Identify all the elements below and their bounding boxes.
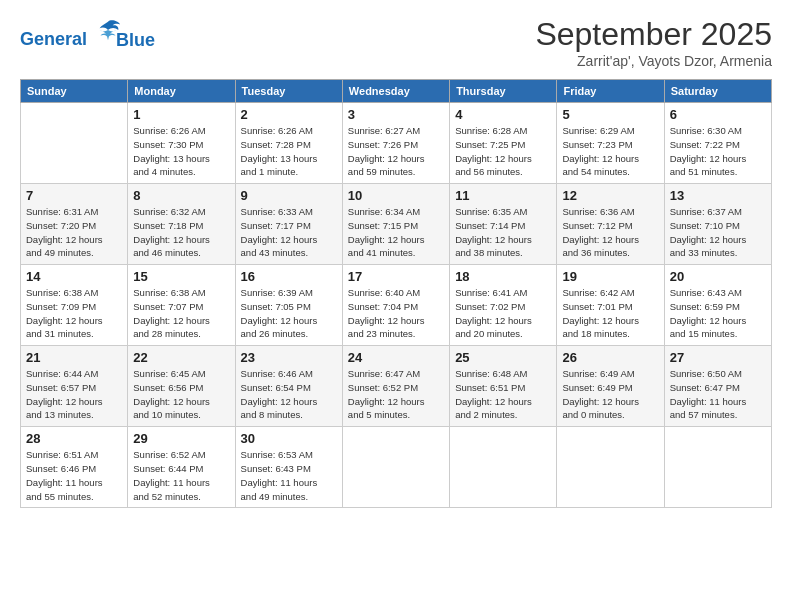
calendar-cell: 13Sunrise: 6:37 AMSunset: 7:10 PMDayligh… <box>664 184 771 265</box>
day-number: 13 <box>670 188 766 203</box>
calendar-cell: 17Sunrise: 6:40 AMSunset: 7:04 PMDayligh… <box>342 265 449 346</box>
day-number: 16 <box>241 269 337 284</box>
day-info: Sunrise: 6:49 AMSunset: 6:49 PMDaylight:… <box>562 367 658 422</box>
week-row-5: 28Sunrise: 6:51 AMSunset: 6:46 PMDayligh… <box>21 427 772 508</box>
page: General Blue September 2025 Zarrit'ap', … <box>0 0 792 612</box>
calendar-cell: 18Sunrise: 6:41 AMSunset: 7:02 PMDayligh… <box>450 265 557 346</box>
calendar-cell: 4Sunrise: 6:28 AMSunset: 7:25 PMDaylight… <box>450 103 557 184</box>
calendar-cell: 11Sunrise: 6:35 AMSunset: 7:14 PMDayligh… <box>450 184 557 265</box>
day-header-wednesday: Wednesday <box>342 80 449 103</box>
day-info: Sunrise: 6:42 AMSunset: 7:01 PMDaylight:… <box>562 286 658 341</box>
calendar-cell: 7Sunrise: 6:31 AMSunset: 7:20 PMDaylight… <box>21 184 128 265</box>
calendar-cell: 14Sunrise: 6:38 AMSunset: 7:09 PMDayligh… <box>21 265 128 346</box>
calendar-cell: 5Sunrise: 6:29 AMSunset: 7:23 PMDaylight… <box>557 103 664 184</box>
calendar-cell: 2Sunrise: 6:26 AMSunset: 7:28 PMDaylight… <box>235 103 342 184</box>
day-header-thursday: Thursday <box>450 80 557 103</box>
day-info: Sunrise: 6:45 AMSunset: 6:56 PMDaylight:… <box>133 367 229 422</box>
week-row-3: 14Sunrise: 6:38 AMSunset: 7:09 PMDayligh… <box>21 265 772 346</box>
logo-text: General <box>20 17 122 50</box>
calendar-cell: 27Sunrise: 6:50 AMSunset: 6:47 PMDayligh… <box>664 346 771 427</box>
day-info: Sunrise: 6:53 AMSunset: 6:43 PMDaylight:… <box>241 448 337 503</box>
day-info: Sunrise: 6:41 AMSunset: 7:02 PMDaylight:… <box>455 286 551 341</box>
week-row-1: 1Sunrise: 6:26 AMSunset: 7:30 PMDaylight… <box>21 103 772 184</box>
calendar-cell: 15Sunrise: 6:38 AMSunset: 7:07 PMDayligh… <box>128 265 235 346</box>
day-info: Sunrise: 6:35 AMSunset: 7:14 PMDaylight:… <box>455 205 551 260</box>
day-header-monday: Monday <box>128 80 235 103</box>
day-info: Sunrise: 6:52 AMSunset: 6:44 PMDaylight:… <box>133 448 229 503</box>
calendar-cell: 23Sunrise: 6:46 AMSunset: 6:54 PMDayligh… <box>235 346 342 427</box>
location-subtitle: Zarrit'ap', Vayots Dzor, Armenia <box>535 53 772 69</box>
day-info: Sunrise: 6:32 AMSunset: 7:18 PMDaylight:… <box>133 205 229 260</box>
day-info: Sunrise: 6:28 AMSunset: 7:25 PMDaylight:… <box>455 124 551 179</box>
calendar-cell: 26Sunrise: 6:49 AMSunset: 6:49 PMDayligh… <box>557 346 664 427</box>
day-number: 15 <box>133 269 229 284</box>
calendar-cell: 10Sunrise: 6:34 AMSunset: 7:15 PMDayligh… <box>342 184 449 265</box>
day-number: 9 <box>241 188 337 203</box>
day-number: 27 <box>670 350 766 365</box>
calendar-cell <box>342 427 449 508</box>
day-number: 19 <box>562 269 658 284</box>
day-info: Sunrise: 6:47 AMSunset: 6:52 PMDaylight:… <box>348 367 444 422</box>
day-number: 25 <box>455 350 551 365</box>
day-header-saturday: Saturday <box>664 80 771 103</box>
day-info: Sunrise: 6:40 AMSunset: 7:04 PMDaylight:… <box>348 286 444 341</box>
day-info: Sunrise: 6:31 AMSunset: 7:20 PMDaylight:… <box>26 205 122 260</box>
day-info: Sunrise: 6:43 AMSunset: 6:59 PMDaylight:… <box>670 286 766 341</box>
calendar-cell: 6Sunrise: 6:30 AMSunset: 7:22 PMDaylight… <box>664 103 771 184</box>
day-number: 8 <box>133 188 229 203</box>
day-info: Sunrise: 6:39 AMSunset: 7:05 PMDaylight:… <box>241 286 337 341</box>
calendar-cell: 9Sunrise: 6:33 AMSunset: 7:17 PMDaylight… <box>235 184 342 265</box>
header: General Blue September 2025 Zarrit'ap', … <box>20 16 772 69</box>
day-number: 5 <box>562 107 658 122</box>
day-number: 28 <box>26 431 122 446</box>
day-number: 20 <box>670 269 766 284</box>
calendar-cell: 28Sunrise: 6:51 AMSunset: 6:46 PMDayligh… <box>21 427 128 508</box>
day-info: Sunrise: 6:27 AMSunset: 7:26 PMDaylight:… <box>348 124 444 179</box>
day-info: Sunrise: 6:33 AMSunset: 7:17 PMDaylight:… <box>241 205 337 260</box>
day-number: 1 <box>133 107 229 122</box>
calendar-cell: 19Sunrise: 6:42 AMSunset: 7:01 PMDayligh… <box>557 265 664 346</box>
logo: General Blue <box>20 16 155 51</box>
day-header-tuesday: Tuesday <box>235 80 342 103</box>
calendar-cell <box>21 103 128 184</box>
day-info: Sunrise: 6:38 AMSunset: 7:09 PMDaylight:… <box>26 286 122 341</box>
day-number: 11 <box>455 188 551 203</box>
calendar-cell: 22Sunrise: 6:45 AMSunset: 6:56 PMDayligh… <box>128 346 235 427</box>
day-header-friday: Friday <box>557 80 664 103</box>
day-number: 22 <box>133 350 229 365</box>
day-info: Sunrise: 6:34 AMSunset: 7:15 PMDaylight:… <box>348 205 444 260</box>
day-number: 21 <box>26 350 122 365</box>
calendar-cell: 3Sunrise: 6:27 AMSunset: 7:26 PMDaylight… <box>342 103 449 184</box>
day-number: 7 <box>26 188 122 203</box>
calendar-cell: 25Sunrise: 6:48 AMSunset: 6:51 PMDayligh… <box>450 346 557 427</box>
calendar-cell: 24Sunrise: 6:47 AMSunset: 6:52 PMDayligh… <box>342 346 449 427</box>
calendar-cell <box>557 427 664 508</box>
calendar-table: SundayMondayTuesdayWednesdayThursdayFrid… <box>20 79 772 508</box>
day-info: Sunrise: 6:46 AMSunset: 6:54 PMDaylight:… <box>241 367 337 422</box>
day-info: Sunrise: 6:48 AMSunset: 6:51 PMDaylight:… <box>455 367 551 422</box>
logo-line2: Blue <box>116 30 155 50</box>
day-info: Sunrise: 6:26 AMSunset: 7:30 PMDaylight:… <box>133 124 229 179</box>
day-number: 30 <box>241 431 337 446</box>
day-number: 26 <box>562 350 658 365</box>
calendar-cell: 30Sunrise: 6:53 AMSunset: 6:43 PMDayligh… <box>235 427 342 508</box>
day-number: 24 <box>348 350 444 365</box>
week-row-4: 21Sunrise: 6:44 AMSunset: 6:57 PMDayligh… <box>21 346 772 427</box>
calendar-cell: 8Sunrise: 6:32 AMSunset: 7:18 PMDaylight… <box>128 184 235 265</box>
day-number: 29 <box>133 431 229 446</box>
day-info: Sunrise: 6:44 AMSunset: 6:57 PMDaylight:… <box>26 367 122 422</box>
day-info: Sunrise: 6:26 AMSunset: 7:28 PMDaylight:… <box>241 124 337 179</box>
day-number: 2 <box>241 107 337 122</box>
day-header-sunday: Sunday <box>21 80 128 103</box>
calendar-cell: 21Sunrise: 6:44 AMSunset: 6:57 PMDayligh… <box>21 346 128 427</box>
month-title: September 2025 <box>535 16 772 53</box>
day-number: 10 <box>348 188 444 203</box>
calendar-cell: 16Sunrise: 6:39 AMSunset: 7:05 PMDayligh… <box>235 265 342 346</box>
day-number: 17 <box>348 269 444 284</box>
header-row: SundayMondayTuesdayWednesdayThursdayFrid… <box>21 80 772 103</box>
calendar-cell: 29Sunrise: 6:52 AMSunset: 6:44 PMDayligh… <box>128 427 235 508</box>
day-info: Sunrise: 6:30 AMSunset: 7:22 PMDaylight:… <box>670 124 766 179</box>
day-info: Sunrise: 6:38 AMSunset: 7:07 PMDaylight:… <box>133 286 229 341</box>
calendar-cell: 20Sunrise: 6:43 AMSunset: 6:59 PMDayligh… <box>664 265 771 346</box>
calendar-cell <box>450 427 557 508</box>
